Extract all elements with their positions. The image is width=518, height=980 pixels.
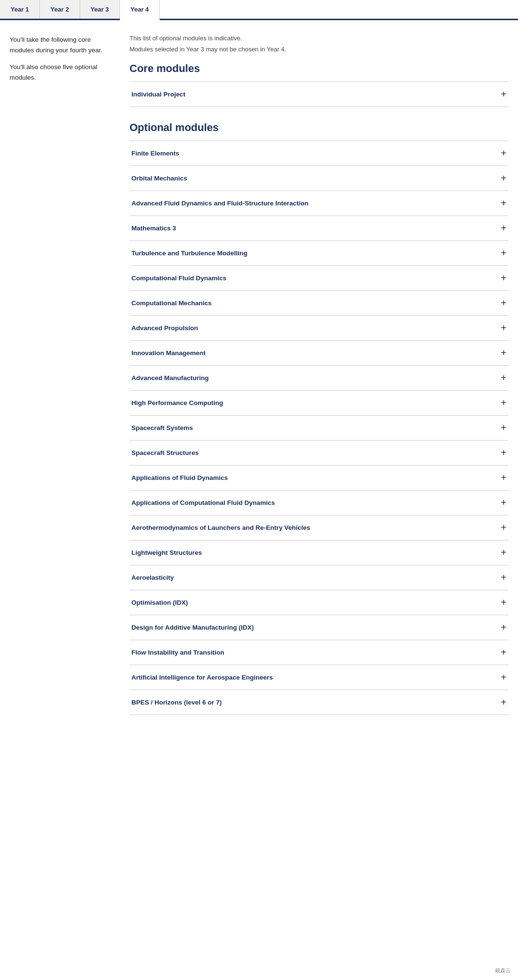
- module-name: Applications of Computational Fluid Dyna…: [131, 499, 275, 506]
- list-item[interactable]: High Performance Computing +: [130, 390, 508, 415]
- module-name: Advanced Fluid Dynamics and Fluid-Struct…: [131, 200, 308, 207]
- list-item[interactable]: Turbulence and Turbulence Modelling +: [130, 240, 508, 265]
- expand-icon: +: [501, 273, 506, 284]
- module-name: Spacecraft Structures: [131, 449, 199, 456]
- expand-icon: +: [501, 547, 506, 558]
- list-item[interactable]: Optimisation (IDX) +: [130, 590, 508, 615]
- list-item[interactable]: Advanced Fluid Dynamics and Fluid-Struct…: [130, 191, 508, 215]
- left-para1: You'll take the following core modules d…: [10, 35, 115, 55]
- tab-year3[interactable]: Year 3: [80, 0, 120, 19]
- module-name: BPES / Horizons (level 6 or 7): [131, 699, 222, 706]
- list-item[interactable]: Innovation Management +: [130, 340, 508, 365]
- list-item[interactable]: Applications of Fluid Dynamics +: [130, 465, 508, 490]
- module-name: Lightweight Structures: [131, 549, 202, 556]
- expand-icon: +: [501, 622, 506, 633]
- list-item[interactable]: Flow Instability and Transition +: [130, 640, 508, 665]
- list-item[interactable]: Aeroelasticity +: [130, 565, 508, 590]
- expand-icon: +: [501, 497, 506, 508]
- expand-icon: +: [501, 323, 506, 334]
- list-item[interactable]: Finite Elements +: [130, 141, 508, 166]
- expand-icon: +: [501, 522, 506, 533]
- list-item[interactable]: Mathematics 3 +: [130, 215, 508, 240]
- main-content: You'll take the following core modules d…: [0, 20, 518, 734]
- intro-note1: This list of optional modules is indicat…: [130, 35, 508, 42]
- list-item[interactable]: Design for Additive Manufacturing (IDX) …: [130, 615, 508, 640]
- expand-icon: +: [501, 347, 506, 359]
- expand-icon: +: [501, 223, 506, 234]
- list-item[interactable]: Advanced Manufacturing +: [130, 365, 508, 390]
- module-name: Design for Additive Manufacturing (IDX): [131, 624, 254, 631]
- module-name: Artificial Intelligence for Aerospace En…: [131, 674, 273, 681]
- expand-icon: +: [501, 597, 506, 608]
- expand-icon: +: [501, 472, 506, 483]
- module-name: Mathematics 3: [131, 225, 176, 232]
- expand-icon: +: [501, 397, 506, 408]
- module-name: Advanced Manufacturing: [131, 374, 209, 382]
- module-name: Aeroelasticity: [131, 574, 174, 581]
- module-name: Flow Instability and Transition: [131, 649, 224, 656]
- tab-bar: Year 1 Year 2 Year 3 Year 4: [0, 0, 518, 20]
- expand-icon: +: [501, 298, 506, 309]
- core-module-list: Individual Project +: [130, 82, 508, 107]
- expand-icon: +: [501, 173, 506, 184]
- expand-icon: +: [501, 148, 506, 159]
- left-column: You'll take the following core modules d…: [10, 35, 115, 715]
- intro-note2: Modules selected in Year 3 may not be ch…: [130, 46, 508, 53]
- optional-section-title: Optional modules: [130, 121, 508, 134]
- module-name: Advanced Propulsion: [131, 324, 198, 332]
- module-name: Optimisation (IDX): [131, 599, 188, 606]
- expand-icon: +: [501, 198, 506, 209]
- module-name: Finite Elements: [131, 150, 179, 157]
- core-module-name: Individual Project: [131, 91, 186, 98]
- list-item[interactable]: Applications of Computational Fluid Dyna…: [130, 490, 508, 515]
- module-name: Applications of Fluid Dynamics: [131, 474, 228, 481]
- list-item[interactable]: Aerothermodynamics of Launchers and Re-E…: [130, 515, 508, 540]
- core-module-item[interactable]: Individual Project +: [130, 82, 508, 107]
- module-name: Computational Fluid Dynamics: [131, 275, 226, 282]
- list-item[interactable]: Artificial Intelligence for Aerospace En…: [130, 665, 508, 690]
- optional-module-list: Finite Elements + Orbital Mechanics + Ad…: [130, 141, 508, 715]
- module-name: Spacecraft Systems: [131, 424, 193, 431]
- expand-icon: +: [501, 422, 506, 433]
- list-item[interactable]: Computational Fluid Dynamics +: [130, 265, 508, 290]
- expand-icon: +: [501, 447, 506, 458]
- list-item[interactable]: BPES / Horizons (level 6 or 7) +: [130, 690, 508, 715]
- module-name: Computational Mechanics: [131, 299, 212, 307]
- list-item[interactable]: Computational Mechanics +: [130, 290, 508, 315]
- list-item[interactable]: Advanced Propulsion +: [130, 315, 508, 340]
- list-item[interactable]: Lightweight Structures +: [130, 540, 508, 565]
- module-name: Turbulence and Turbulence Modelling: [131, 250, 247, 257]
- expand-icon: +: [501, 647, 506, 658]
- module-name: Aerothermodynamics of Launchers and Re-E…: [131, 524, 310, 531]
- expand-icon: +: [501, 572, 506, 583]
- expand-icon: +: [501, 248, 506, 259]
- right-column: This list of optional modules is indicat…: [130, 35, 508, 715]
- list-item[interactable]: Spacecraft Systems +: [130, 415, 508, 440]
- tab-year2[interactable]: Year 2: [40, 0, 80, 19]
- expand-icon: +: [501, 372, 506, 383]
- module-name: Orbital Mechanics: [131, 175, 187, 182]
- expand-icon: +: [501, 697, 506, 708]
- tab-year1[interactable]: Year 1: [0, 0, 40, 19]
- module-name: High Performance Computing: [131, 399, 223, 406]
- module-name: Innovation Management: [131, 349, 206, 357]
- list-item[interactable]: Orbital Mechanics +: [130, 166, 508, 191]
- expand-icon: +: [501, 89, 506, 100]
- expand-icon: +: [501, 672, 506, 683]
- core-section-title: Core modules: [130, 62, 508, 75]
- left-para2: You'll also choose five optional modules…: [10, 62, 115, 83]
- tab-year4[interactable]: Year 4: [120, 0, 160, 20]
- list-item[interactable]: Spacecraft Structures +: [130, 440, 508, 465]
